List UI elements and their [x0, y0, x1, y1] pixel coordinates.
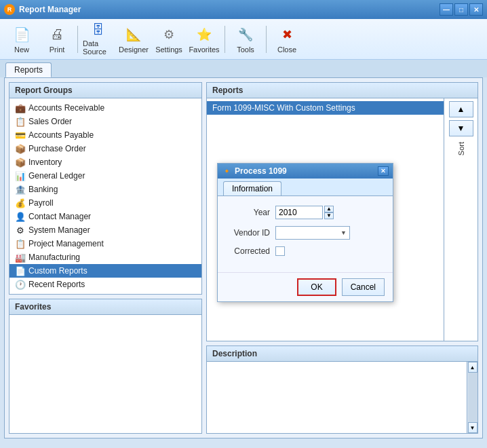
vendor-id-dropdown[interactable]: ▼ — [275, 226, 350, 240]
modal-overlay: 🔸 Process 1099 ✕ Information Year ▲ ▼ Ve — [0, 0, 487, 448]
vendor-id-row: Vendor ID ▼ — [226, 226, 385, 240]
ok-button[interactable]: OK — [297, 278, 336, 296]
corrected-control — [275, 246, 285, 256]
modal-close-button[interactable]: ✕ — [378, 166, 389, 176]
modal-title-left: 🔸 Process 1099 — [222, 166, 287, 176]
modal-footer: OK Cancel — [218, 272, 393, 301]
vendor-id-label: Vendor ID — [226, 228, 270, 238]
year-label: Year — [226, 208, 270, 217]
modal-title-icon: 🔸 — [222, 166, 232, 176]
modal-titlebar: 🔸 Process 1099 ✕ — [218, 164, 393, 179]
corrected-label: Corrected — [226, 246, 270, 256]
process1099-dialog: 🔸 Process 1099 ✕ Information Year ▲ ▼ Ve — [217, 163, 393, 302]
modal-tab-information[interactable]: Information — [223, 181, 281, 195]
year-row: Year ▲ ▼ — [226, 206, 385, 219]
corrected-row: Corrected — [226, 246, 385, 256]
year-input[interactable] — [275, 206, 323, 219]
modal-title-text: Process 1099 — [235, 166, 287, 176]
cancel-button[interactable]: Cancel — [342, 278, 385, 296]
year-control: ▲ ▼ — [275, 206, 334, 219]
year-spinner: ▲ ▼ — [324, 206, 334, 219]
modal-tab-strip: Information — [218, 179, 393, 196]
year-spinner-down[interactable]: ▼ — [324, 212, 334, 219]
dropdown-arrow-icon: ▼ — [340, 229, 347, 236]
corrected-checkbox[interactable] — [275, 246, 285, 256]
year-spinner-up[interactable]: ▲ — [324, 206, 334, 212]
vendor-id-control: ▼ — [275, 226, 350, 240]
modal-body: Year ▲ ▼ Vendor ID ▼ — [218, 196, 393, 272]
